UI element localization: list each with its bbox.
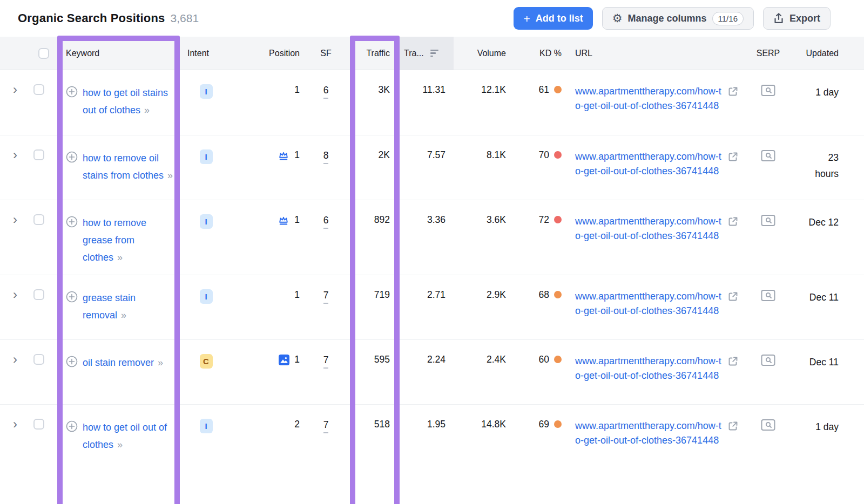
- column-header-keyword[interactable]: Keyword: [57, 37, 180, 70]
- expand-row-icon[interactable]: [13, 149, 17, 160]
- keyword-arrows-icon[interactable]: [121, 310, 126, 321]
- row-checkbox[interactable]: [33, 84, 44, 95]
- expand-row-icon[interactable]: [13, 419, 17, 430]
- expand-row-icon[interactable]: [13, 84, 17, 95]
- row-checkbox[interactable]: [33, 419, 44, 430]
- sf-count-link[interactable]: 7: [323, 289, 329, 304]
- add-keyword-icon[interactable]: [66, 216, 78, 228]
- keyword-link[interactable]: how to remove grease from clothes: [83, 217, 146, 263]
- add-keyword-icon[interactable]: [66, 151, 78, 163]
- expand-row-icon[interactable]: [13, 289, 17, 300]
- url-link[interactable]: www.apartmenttherapy.com/how-to-get-oil-…: [575, 354, 723, 383]
- serp-preview-icon[interactable]: [761, 354, 775, 366]
- sf-count-link[interactable]: 6: [323, 84, 329, 99]
- column-header-serp[interactable]: SERP: [751, 37, 786, 70]
- traffic-pct-value: 2.24: [400, 340, 454, 404]
- sf-count-link[interactable]: 6: [323, 214, 329, 229]
- url-link[interactable]: www.apartmenttherapy.com/how-to-get-oil-…: [575, 214, 723, 243]
- sort-descending-icon: [430, 50, 438, 57]
- external-link-icon[interactable]: [727, 420, 739, 432]
- expand-row-icon[interactable]: [13, 354, 17, 365]
- keyword-arrows-icon[interactable]: [117, 439, 122, 450]
- serp-preview-icon[interactable]: [761, 149, 775, 162]
- expand-row-icon[interactable]: [13, 214, 17, 225]
- traffic-pct-value: 11.31: [400, 70, 454, 135]
- plus-icon: +: [523, 13, 530, 24]
- sf-count-link[interactable]: 7: [323, 419, 329, 433]
- position-value: 1: [294, 84, 300, 96]
- manage-columns-button[interactable]: ⚙ Manage columns 11/16: [602, 7, 754, 30]
- serp-preview-icon[interactable]: [761, 289, 775, 302]
- column-header-volume[interactable]: Volume: [454, 37, 513, 70]
- external-link-icon[interactable]: [727, 151, 739, 162]
- traffic-pct-value: 7.57: [400, 135, 454, 200]
- table-header-row: Keyword Intent Position SF Traffic Tra..…: [0, 37, 864, 70]
- url-link[interactable]: www.apartmenttherapy.com/how-to-get-oil-…: [575, 419, 723, 448]
- keyword-link[interactable]: how to remove oil stains from clothes: [83, 153, 164, 181]
- keyword-arrows-icon[interactable]: [144, 105, 149, 115]
- image-feature-icon: [279, 355, 289, 365]
- keyword-arrows-icon[interactable]: [117, 252, 122, 263]
- external-link-icon[interactable]: [727, 216, 739, 227]
- kd-dot: [554, 86, 562, 93]
- traffic-value: 719: [346, 275, 400, 339]
- intent-badge: I: [200, 149, 213, 164]
- column-header-kd[interactable]: KD %: [513, 37, 567, 70]
- traffic-value: 892: [346, 200, 400, 275]
- keyword-link[interactable]: oil stain remover: [83, 357, 154, 368]
- row-checkbox[interactable]: [33, 149, 44, 160]
- traffic-value: 2K: [346, 135, 400, 200]
- volume-value: 2.4K: [454, 340, 513, 404]
- column-header-sf[interactable]: SF: [306, 37, 346, 70]
- url-link[interactable]: www.apartmenttherapy.com/how-to-get-oil-…: [575, 149, 723, 179]
- sf-count-link[interactable]: 8: [323, 149, 329, 164]
- columns-count-badge: 11/16: [712, 12, 744, 25]
- traffic-pct-value: 2.71: [400, 275, 454, 339]
- kd-value: 61: [539, 84, 549, 96]
- serp-preview-icon[interactable]: [761, 84, 775, 97]
- position-value: 1: [294, 289, 300, 301]
- keyword-link[interactable]: how to get oil stains out of clothes: [83, 87, 168, 115]
- column-header-traffic[interactable]: Traffic: [346, 37, 400, 70]
- sf-count-link[interactable]: 7: [323, 354, 329, 369]
- column-header-position[interactable]: Position: [232, 37, 306, 70]
- volume-value: 2.9K: [454, 275, 513, 339]
- updated-value: Dec 11: [809, 354, 839, 370]
- row-checkbox[interactable]: [33, 354, 44, 365]
- add-to-list-button[interactable]: + Add to list: [514, 7, 592, 30]
- updated-value: Dec 12: [809, 214, 839, 230]
- add-keyword-icon[interactable]: [66, 291, 78, 303]
- column-header-updated[interactable]: Updated: [786, 37, 864, 70]
- add-keyword-icon[interactable]: [66, 420, 78, 432]
- serp-preview-icon[interactable]: [761, 214, 775, 227]
- intent-badge: C: [200, 354, 213, 369]
- add-keyword-icon[interactable]: [66, 356, 78, 367]
- add-keyword-icon[interactable]: [66, 86, 78, 98]
- column-header-intent[interactable]: Intent: [180, 37, 232, 70]
- traffic-pct-value: 3.36: [400, 200, 454, 275]
- url-link[interactable]: www.apartmenttherapy.com/how-to-get-oil-…: [575, 289, 723, 318]
- keyword-link[interactable]: grease stain removal: [83, 292, 136, 321]
- row-checkbox[interactable]: [33, 214, 44, 225]
- volume-value: 8.1K: [454, 135, 513, 200]
- gear-icon: ⚙: [612, 13, 623, 24]
- position-value: 1: [294, 214, 300, 226]
- external-link-icon[interactable]: [727, 291, 739, 302]
- keyword-arrows-icon[interactable]: [158, 357, 163, 368]
- serp-preview-icon[interactable]: [761, 419, 775, 431]
- row-checkbox[interactable]: [33, 289, 44, 300]
- export-button[interactable]: Export: [763, 7, 831, 30]
- keyword-arrows-icon[interactable]: [167, 170, 172, 181]
- external-link-icon[interactable]: [727, 86, 739, 97]
- intent-badge: I: [200, 214, 213, 229]
- url-link[interactable]: www.apartmenttherapy.com/how-to-get-oil-…: [575, 84, 723, 113]
- external-link-icon[interactable]: [727, 356, 739, 367]
- column-header-traffic-pct[interactable]: Tra...: [400, 37, 454, 70]
- updated-value: 23 hours: [802, 149, 839, 182]
- crown-icon: [278, 150, 289, 161]
- select-all-checkbox[interactable]: [38, 48, 49, 59]
- column-header-url[interactable]: URL: [567, 37, 751, 70]
- keyword-link[interactable]: how to get oil out of clothes: [83, 422, 167, 450]
- traffic-value: 518: [346, 405, 400, 469]
- kd-dot: [554, 291, 562, 298]
